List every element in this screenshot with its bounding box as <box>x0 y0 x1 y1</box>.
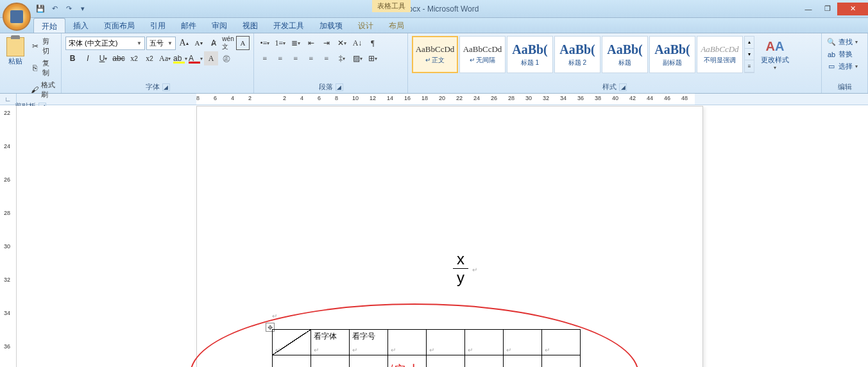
save-icon[interactable]: 💾 <box>35 3 46 15</box>
table-cell[interactable]: 看字体↵ <box>311 330 350 355</box>
equation-fraction[interactable]: x y <box>453 250 468 287</box>
style-no-spacing[interactable]: AaBbCcDd↵ 无间隔 <box>459 36 506 73</box>
table-cell-diagonal[interactable]: ↵ <box>273 330 311 355</box>
underline-button[interactable]: U▾ <box>96 51 110 65</box>
office-button[interactable] <box>3 3 31 31</box>
multilevel-list-button[interactable]: ≣▾ <box>289 36 303 50</box>
cut-button[interactable]: ✂剪切 <box>30 36 57 56</box>
table-cell[interactable]: ↵ <box>427 355 465 368</box>
table-cell[interactable]: ↵ <box>465 355 504 368</box>
character-shading-button[interactable]: A <box>204 51 218 65</box>
shading-button[interactable]: ▨▾ <box>350 51 364 65</box>
style-title[interactable]: AaBb(标题 <box>602 36 648 73</box>
enclose-character-button[interactable]: ㊣ <box>219 51 234 65</box>
tab-view[interactable]: 视图 <box>235 18 266 33</box>
table-cell[interactable]: ↵ <box>465 330 504 355</box>
change-styles-button[interactable]: AA 更改样式 ▾ <box>757 36 793 73</box>
replace-button[interactable]: ab替换 <box>826 48 864 60</box>
copy-button[interactable]: ⎘复制 <box>30 58 57 78</box>
format-painter-button[interactable]: 🖌格式刷 <box>30 80 57 100</box>
tab-review[interactable]: 审阅 <box>204 18 235 33</box>
borders-button[interactable]: ⊞▾ <box>366 51 380 65</box>
tab-page-layout[interactable]: 页面布局 <box>96 18 142 33</box>
select-label: 选择 <box>838 62 853 71</box>
character-border-button[interactable]: A <box>236 36 250 50</box>
font-dialog-launcher[interactable]: ◢ <box>162 83 170 91</box>
tab-references[interactable]: 引用 <box>142 18 173 33</box>
style-subtle-emphasis[interactable]: AaBbCcDd不明显强调 <box>697 36 743 73</box>
horizontal-ruler[interactable]: 8642246810121416182022242628303234363840… <box>196 94 695 105</box>
find-button[interactable]: 🔍查找▾ <box>826 36 864 48</box>
justify-button[interactable]: ≡ <box>304 51 318 65</box>
style-heading2[interactable]: AaBb(标题 2 <box>554 36 600 73</box>
minimize-button[interactable]: — <box>799 3 818 15</box>
bold-button[interactable]: B <box>65 51 80 65</box>
select-button[interactable]: ▭选择▾ <box>826 60 864 73</box>
style-heading1[interactable]: AaBb(标题 1 <box>507 36 553 73</box>
asian-layout-button[interactable]: ✕▾ <box>335 36 349 50</box>
shrink-font-button[interactable]: A▾ <box>192 36 205 50</box>
grow-font-button[interactable]: A▴ <box>177 36 191 50</box>
title-bar: 💾 ↶ ↷ ▾ 666.docx - Microsoft Word 表格工具 —… <box>0 0 868 18</box>
sort-button[interactable]: A↓ <box>350 36 364 50</box>
style-normal[interactable]: AaBbCcDd↵ 正文 <box>412 36 458 73</box>
gallery-down-button[interactable]: ▾ <box>745 49 754 61</box>
tab-home[interactable]: 开始 <box>33 18 65 33</box>
fraction-numerator: x <box>457 250 464 268</box>
font-name-combo[interactable]: 宋体 (中文正文)▼ <box>65 37 145 50</box>
decrease-indent-button[interactable]: ⇤ <box>304 36 318 50</box>
tab-mailings[interactable]: 邮件 <box>173 18 204 33</box>
font-color-button[interactable]: A▾ <box>189 51 203 65</box>
tab-table-design[interactable]: 设计 <box>350 18 381 33</box>
table-cell[interactable]: ↵ <box>542 355 581 368</box>
tab-selector[interactable]: ∟ <box>0 94 17 105</box>
italic-button[interactable]: I <box>81 51 95 65</box>
qat-more-icon[interactable]: ▾ <box>77 3 89 15</box>
highlight-button[interactable]: ab▾ <box>173 51 187 65</box>
clear-format-button[interactable]: A̷ <box>207 36 220 50</box>
style-subtitle[interactable]: AaBb(副标题 <box>649 36 695 73</box>
tab-addins[interactable]: 加载项 <box>312 18 350 33</box>
table-cell[interactable]: ↵ <box>311 355 350 368</box>
line-spacing-button[interactable]: ‡▾ <box>335 51 349 65</box>
tab-table-layout[interactable]: 布局 <box>381 18 412 33</box>
redo-icon[interactable]: ↷ <box>63 3 74 15</box>
paragraph-dialog-launcher[interactable]: ◢ <box>336 83 343 91</box>
table-cell[interactable]: ↵ <box>350 355 388 368</box>
paste-button[interactable]: 粘贴 <box>4 36 27 100</box>
phonetic-guide-button[interactable]: wén文 <box>221 36 235 50</box>
bullets-button[interactable]: •≡▾ <box>258 36 272 50</box>
table-cell[interactable]: 看字号↵ <box>350 330 388 355</box>
distribute-button[interactable]: ≡ <box>319 51 334 65</box>
table-cell[interactable]: ↵ <box>388 330 427 355</box>
vertical-ruler[interactable]: 2224262830323436 <box>0 106 17 367</box>
table-cell[interactable]: ↵ <box>273 355 311 368</box>
align-right-button[interactable]: ≡ <box>289 51 303 65</box>
subscript-button[interactable]: x2 <box>127 51 141 65</box>
document-table[interactable]: ↵ 看字体↵ 看字号↵ ↵ ↵ ↵ ↵ ↵ ↵↵↵↵↵↵↵↵ ↵↵↵↵↵↵↵↵ … <box>272 329 581 367</box>
tab-developer[interactable]: 开发工具 <box>266 18 312 33</box>
table-cell[interactable]: ↵ <box>542 330 581 355</box>
styles-dialog-launcher[interactable]: ◢ <box>619 83 627 91</box>
change-case-button[interactable]: Aa▾ <box>158 51 172 65</box>
table-cell[interactable]: ↵ <box>504 330 542 355</box>
gallery-more-button[interactable]: ≡ <box>745 60 754 73</box>
numbering-button[interactable]: 1≡▾ <box>273 36 287 50</box>
strikethrough-button[interactable]: abc <box>112 51 126 65</box>
gallery-up-button[interactable]: ▴ <box>745 37 754 49</box>
increase-indent-button[interactable]: ⇥ <box>319 36 334 50</box>
close-button[interactable]: ✕ <box>837 3 868 15</box>
font-size-combo[interactable]: 五号▼ <box>146 37 176 50</box>
page-viewport[interactable]: √ x y ↵ ↵ ✥ ↵ 看字体↵ 看字号↵ ↵ ↵ ↵ ↵ ↵ ↵↵↵↵↵↵… <box>17 106 868 367</box>
align-left-button[interactable]: ≡ <box>258 51 272 65</box>
group-editing: 🔍查找▾ ab替换 ▭选择▾ 编辑 <box>822 33 868 93</box>
table-cell[interactable]: ↵ <box>504 355 542 368</box>
align-center-button[interactable]: ≡ <box>273 51 287 65</box>
find-icon: 🔍 <box>827 38 836 47</box>
superscript-button[interactable]: x2 <box>142 51 157 65</box>
table-cell[interactable]: ↵ <box>427 330 465 355</box>
undo-icon[interactable]: ↶ <box>49 3 60 15</box>
restore-button[interactable]: ❐ <box>818 3 837 15</box>
show-marks-button[interactable]: ¶ <box>366 36 380 50</box>
tab-insert[interactable]: 插入 <box>65 18 96 33</box>
